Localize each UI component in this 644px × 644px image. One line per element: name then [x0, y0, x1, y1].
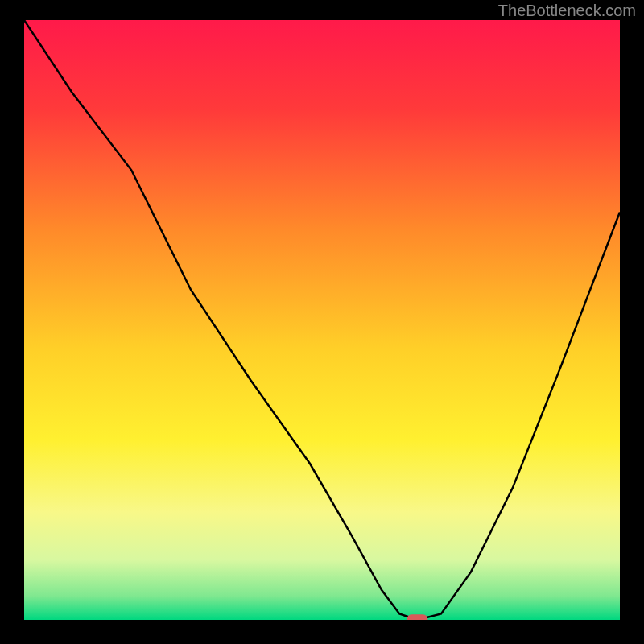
chart-svg — [24, 20, 620, 620]
chart-container — [24, 20, 620, 620]
optimal-marker — [407, 614, 427, 620]
watermark-text: TheBottleneck.com — [498, 2, 636, 20]
gradient-background — [24, 20, 620, 620]
